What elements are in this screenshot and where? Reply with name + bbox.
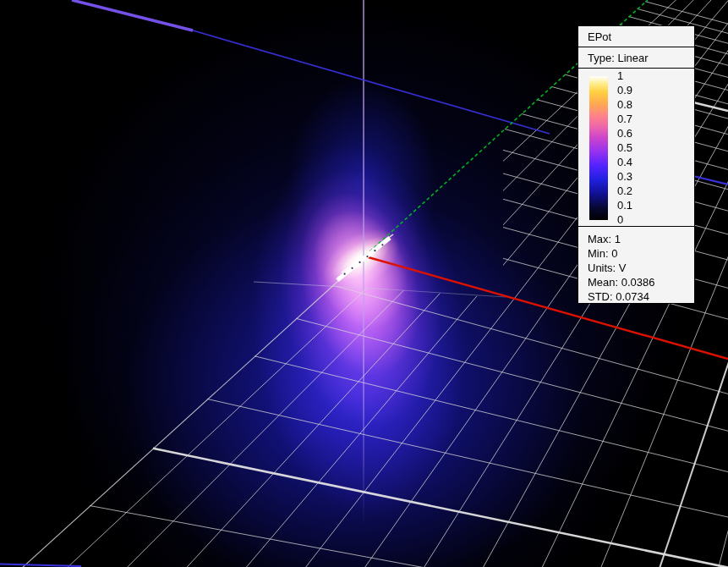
colorbar-box: 10.90.80.70.60.50.40.30.20.10 [577, 68, 695, 227]
field-glow-white-core [337, 238, 386, 278]
stat-units: Units: V [588, 261, 694, 275]
colorbar-tick: 0.3 [617, 170, 632, 184]
field-glow-ambient-blue [59, 135, 651, 567]
colorbar-gradient [589, 76, 608, 220]
colorbar-tick: 1 [617, 69, 623, 83]
colorbar-tick: 0.6 [617, 127, 632, 140]
colorbar-tick: 0.7 [617, 113, 632, 126]
stat-mean: Mean: 0.0386 [588, 275, 694, 289]
legend-stats-box: Max: 1 Min: 0 Units: V Mean: 0.0386 STD:… [577, 226, 695, 304]
colorbar-tick: 0.4 [617, 156, 632, 169]
colorbar-tick: 0.8 [617, 98, 632, 112]
field-glow-indigo-plume [234, 135, 484, 528]
viewport-3d[interactable]: EPot Type: Linear 10.90.80.70.60.50.40.3… [0, 0, 728, 567]
colorbar-tick: 0.2 [617, 184, 632, 198]
colorbar-tick: 0.1 [617, 199, 632, 212]
stat-max: Max: 1 [588, 232, 694, 246]
field-glow-upper-column [282, 69, 443, 289]
colorbar-tick: 0 [617, 213, 623, 227]
colorbar-ticks: 10.90.80.70.60.50.40.30.20.10 [617, 69, 693, 228]
field-glow-salmon [297, 196, 425, 344]
legend-scale-type: Type: Linear [588, 52, 649, 64]
field-glow-pink [282, 180, 437, 388]
legend-title: EPot [588, 30, 611, 43]
legend-panel[interactable]: EPot Type: Linear 10.90.80.70.60.50.40.3… [577, 26, 695, 304]
field-glow-orange [312, 217, 411, 306]
colorbar-tick: 0.9 [617, 84, 632, 97]
field-glow-violet [261, 157, 460, 438]
colorbar-tick: 0.5 [617, 141, 632, 155]
field-glow-yellow [325, 228, 397, 290]
legend-type-box: Type: Linear [577, 47, 695, 69]
legend-title-box: EPot [577, 25, 695, 47]
stat-std: STD: 0.0734 [588, 289, 694, 304]
stat-min: Min: 0 [588, 246, 694, 261]
source-rod [337, 234, 393, 280]
